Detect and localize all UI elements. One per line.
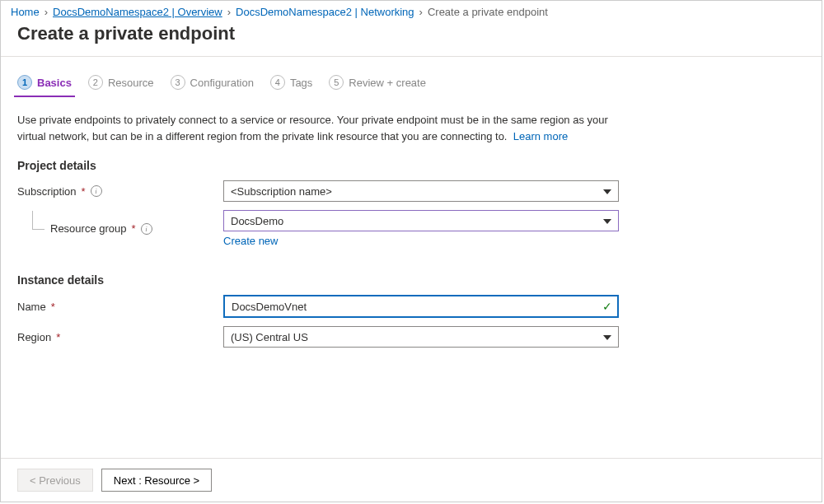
wizard-tabs: 1 Basics 2 Resource 3 Configuration 4 Ta…	[17, 68, 805, 97]
chevron-right-icon: ›	[227, 6, 231, 18]
subscription-value: <Subscription name>	[231, 185, 332, 198]
section-instance-details: Instance details	[17, 273, 805, 287]
intro-text: Use private endpoints to privately conne…	[17, 112, 611, 144]
name-input[interactable]	[232, 301, 594, 313]
tab-basics[interactable]: 1 Basics	[17, 72, 72, 96]
section-project-details: Project details	[17, 159, 805, 172]
tab-configuration[interactable]: 3 Configuration	[171, 72, 254, 96]
learn-more-link[interactable]: Learn more	[513, 130, 568, 142]
breadcrumb-networking[interactable]: DocsDemoNamespace2 | Networking	[236, 6, 414, 18]
tab-label: Review + create	[349, 77, 426, 89]
name-input-wrapper	[223, 295, 619, 318]
required-asterisk: *	[51, 301, 55, 313]
region-value: (US) Central US	[231, 331, 308, 343]
breadcrumb-overview[interactable]: DocsDemoNamespace2 | Overview	[53, 6, 222, 18]
required-asterisk: *	[132, 222, 136, 235]
region-select[interactable]: (US) Central US	[223, 326, 619, 348]
label-subscription: Subscription	[17, 185, 77, 198]
required-asterisk: *	[56, 331, 60, 343]
resource-group-select[interactable]: DocsDemo	[223, 210, 619, 231]
tab-step-number: 5	[329, 75, 344, 90]
chevron-right-icon: ›	[419, 6, 423, 18]
create-new-link[interactable]: Create new	[223, 235, 278, 247]
tab-resource[interactable]: 2 Resource	[88, 72, 154, 96]
breadcrumb-current: Create a private endpoint	[428, 6, 548, 18]
previous-button: < Previous	[17, 469, 93, 492]
page-title: Create a private endpoint	[1, 18, 822, 56]
tab-label: Resource	[108, 77, 154, 89]
label-name: Name	[17, 301, 46, 313]
info-icon[interactable]: i	[141, 223, 152, 235]
tab-review-create[interactable]: 5 Review + create	[329, 72, 426, 96]
chevron-right-icon: ›	[44, 6, 48, 18]
footer: < Previous Next : Resource >	[1, 458, 822, 502]
tab-label: Tags	[290, 77, 312, 89]
breadcrumb: Home › DocsDemoNamespace2 | Overview › D…	[1, 1, 822, 18]
label-resource-group: Resource group	[50, 222, 127, 235]
tab-label: Configuration	[190, 77, 254, 89]
required-asterisk: *	[82, 185, 86, 198]
tab-step-number: 4	[270, 75, 285, 90]
info-icon[interactable]: i	[91, 185, 102, 197]
label-region: Region	[17, 331, 51, 343]
breadcrumb-home[interactable]: Home	[11, 6, 40, 18]
tab-step-number: 2	[88, 75, 103, 90]
resource-group-value: DocsDemo	[231, 215, 283, 227]
next-button[interactable]: Next : Resource >	[101, 469, 212, 492]
tab-label: Basics	[37, 77, 72, 89]
tab-step-number: 3	[171, 75, 185, 90]
tab-step-number: 1	[17, 75, 32, 90]
subscription-select[interactable]: <Subscription name>	[223, 180, 619, 202]
tab-tags[interactable]: 4 Tags	[270, 72, 312, 96]
